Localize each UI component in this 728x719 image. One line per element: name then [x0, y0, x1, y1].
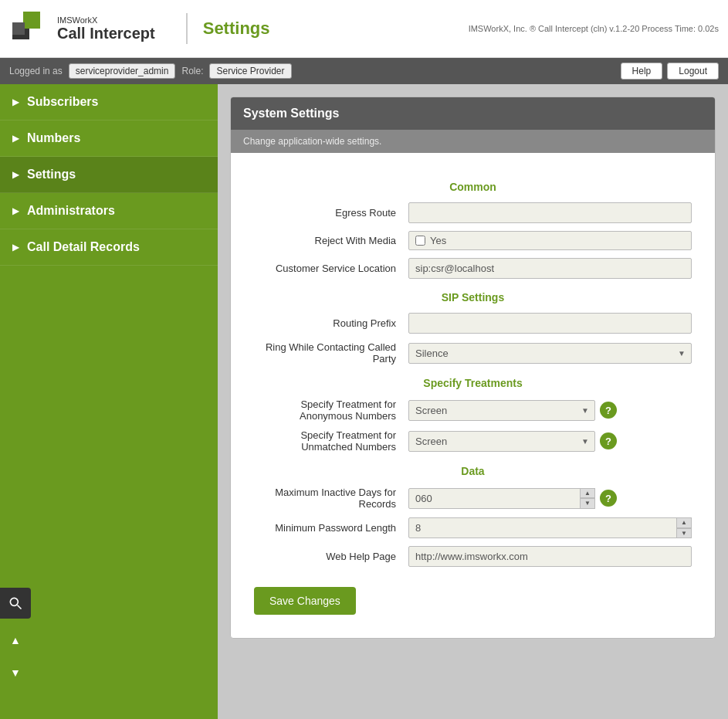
arrow-icon: ▶: [12, 205, 19, 216]
sidebar-item-call-detail-records[interactable]: ▶ Call Detail Records: [0, 229, 218, 266]
min-password-up-btn[interactable]: ▲: [676, 517, 692, 528]
unmatched-help-icon[interactable]: ?: [600, 432, 617, 449]
logout-button[interactable]: Logout: [667, 63, 719, 80]
web-help-label: Web Help Page: [254, 551, 408, 562]
nav-up-button[interactable]: ▲: [0, 625, 31, 656]
ring-while-label: Ring While Contacting Called Party: [254, 341, 408, 365]
svg-rect-2: [12, 22, 25, 35]
arrow-icon: ▶: [12, 97, 19, 107]
reject-with-media-row: Reject With Media Yes: [254, 231, 692, 250]
min-password-input[interactable]: [408, 517, 692, 538]
egress-route-input[interactable]: [408, 202, 692, 223]
section-sip-title: SIP Settings: [254, 291, 692, 304]
web-help-control: [408, 546, 692, 567]
max-inactive-row: Maximum Inactive Days for Records ▲ ▼ ?: [254, 487, 692, 510]
reject-with-media-checkbox-wrapper: Yes: [408, 231, 692, 250]
min-password-spinner: ▲ ▼: [408, 517, 692, 538]
arrow-icon: ▶: [12, 242, 19, 253]
max-inactive-spinner: ▲ ▼: [408, 488, 595, 509]
web-help-row: Web Help Page: [254, 546, 692, 567]
search-button[interactable]: [0, 588, 31, 619]
max-inactive-input[interactable]: [408, 488, 595, 509]
header-divider: [186, 13, 188, 44]
min-password-spinner-btns: ▲ ▼: [676, 517, 692, 538]
customer-service-label: Customer Service Location: [254, 263, 408, 274]
egress-route-row: Egress Route: [254, 202, 692, 223]
arrow-icon: ▶: [12, 133, 19, 144]
role-label: Role:: [181, 66, 203, 76]
customer-service-row: Customer Service Location: [254, 258, 692, 279]
sidebar-item-numbers[interactable]: ▶ Numbers: [0, 120, 218, 157]
web-help-input[interactable]: [408, 546, 692, 567]
brand-name: IMSWorkX Call Intercept: [57, 15, 155, 42]
main-content: System Settings Change application-wide …: [218, 84, 728, 719]
panel-body: Common Egress Route Reject With Media Ye…: [231, 153, 715, 638]
max-inactive-up-btn[interactable]: ▲: [580, 488, 595, 499]
max-inactive-help-icon[interactable]: ?: [600, 490, 617, 507]
header-buttons: Help Logout: [621, 63, 719, 80]
logged-in-as-label: Logged in as: [9, 66, 63, 76]
svg-rect-1: [23, 12, 40, 29]
ring-while-select-wrapper: Silence Ring Music: [408, 343, 692, 364]
ring-while-select[interactable]: Silence Ring Music: [408, 343, 692, 364]
username-badge: serviceprovider_admin: [69, 63, 176, 79]
anonymous-numbers-row: Specify Treatment for Anonymous Numbers …: [254, 399, 692, 422]
sidebar-item-label: Administrators: [27, 204, 115, 218]
version-info: IMSWorkX, Inc. ® Call Intercept (cln) v.…: [469, 24, 719, 33]
logo-icon: [9, 8, 49, 49]
system-settings-panel: System Settings Change application-wide …: [230, 97, 716, 639]
sidebar-item-subscribers[interactable]: ▶ Subscribers: [0, 84, 218, 120]
nav-down-button[interactable]: ▼: [0, 657, 31, 688]
ring-while-row: Ring While Contacting Called Party Silen…: [254, 341, 692, 365]
save-changes-button[interactable]: Save Changes: [254, 587, 356, 615]
unmatched-numbers-row: Specify Treatment for Unmatched Numbers …: [254, 429, 692, 453]
section-data-title: Data: [254, 465, 692, 477]
routing-prefix-label: Routing Prefix: [254, 317, 408, 329]
reject-with-media-label: Reject With Media: [254, 235, 408, 246]
sidebar: ▶ Subscribers ▶ Numbers ▶ Settings ▶ Adm…: [0, 84, 218, 719]
logo-block: IMSWorkX Call Intercept: [9, 8, 155, 49]
max-inactive-spinner-btns: ▲ ▼: [580, 488, 595, 509]
sidebar-item-label: Subscribers: [27, 95, 98, 109]
search-icon: [8, 595, 23, 611]
max-inactive-label: Maximum Inactive Days for Records: [254, 487, 408, 510]
sidebar-item-administrators[interactable]: ▶ Administrators: [0, 193, 218, 229]
anonymous-control-group: Screen Block Allow ?: [408, 400, 617, 421]
customer-service-input[interactable]: [408, 258, 692, 279]
sidebar-item-label: Settings: [27, 168, 76, 181]
panel-subtitle: Change application-wide settings.: [243, 136, 703, 147]
sidebar-item-settings[interactable]: ▶ Settings: [0, 157, 218, 193]
help-button[interactable]: Help: [621, 63, 663, 80]
routing-prefix-input[interactable]: [408, 313, 692, 334]
save-button-wrapper: Save Changes: [254, 575, 692, 615]
min-password-down-btn[interactable]: ▼: [676, 528, 692, 539]
customer-service-control: [408, 258, 692, 279]
max-inactive-down-btn[interactable]: ▼: [580, 498, 595, 509]
reject-with-media-control: Yes: [408, 231, 692, 250]
anonymous-numbers-label: Specify Treatment for Anonymous Numbers: [254, 399, 408, 422]
panel-header: System Settings: [231, 97, 715, 130]
reject-with-media-checkbox[interactable]: [415, 236, 425, 246]
role-badge: Service Provider: [209, 63, 291, 79]
login-bar: Logged in as serviceprovider_admin Role:…: [0, 58, 728, 84]
routing-prefix-control: [408, 313, 692, 334]
section-common-title: Common: [254, 181, 692, 193]
svg-line-4: [18, 605, 22, 609]
anonymous-help-icon[interactable]: ?: [600, 402, 617, 419]
unmatched-select-wrapper: Screen Block Allow: [408, 431, 595, 452]
panel-title: System Settings: [243, 107, 703, 120]
page-title: Settings: [203, 19, 270, 39]
arrow-icon: ▶: [12, 169, 19, 180]
min-password-row: Minimum Password Length ▲ ▼: [254, 517, 692, 538]
section-treatments-title: Specify Treatments: [254, 377, 692, 389]
min-password-label: Minimum Password Length: [254, 522, 408, 534]
reject-with-media-yes-label: Yes: [430, 235, 446, 246]
unmatched-select[interactable]: Screen Block Allow: [408, 431, 595, 452]
max-inactive-control-group: ▲ ▼ ?: [408, 488, 617, 509]
panel-subheader: Change application-wide settings.: [231, 130, 715, 153]
egress-route-label: Egress Route: [254, 207, 408, 219]
layout: ▶ Subscribers ▶ Numbers ▶ Settings ▶ Adm…: [0, 84, 728, 719]
min-password-control: ▲ ▼: [408, 517, 692, 538]
egress-route-control: [408, 202, 692, 223]
anonymous-select[interactable]: Screen Block Allow: [408, 400, 595, 421]
